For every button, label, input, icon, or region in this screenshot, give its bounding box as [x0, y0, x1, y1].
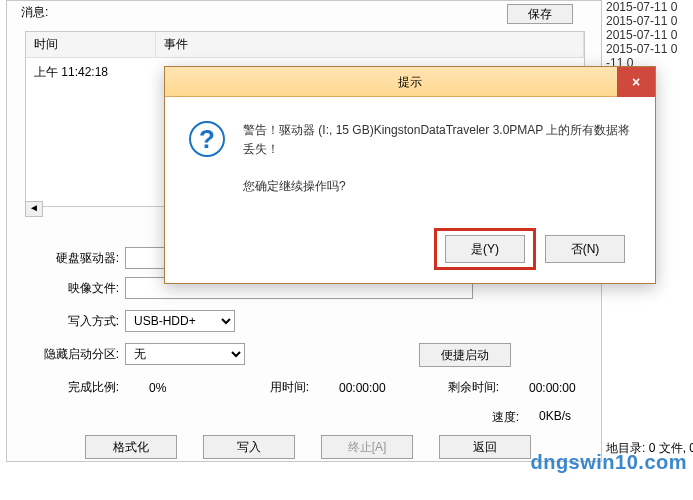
pct-value: 0% [149, 381, 219, 395]
left-value: 00:00:00 [529, 381, 599, 395]
dialog-text: 警告！驱动器 (I:, 15 GB)KingstonDataTraveler 3… [243, 121, 631, 197]
row-time: 上午 11:42:18 [34, 65, 108, 79]
log-line: 2015-07-11 0 [606, 42, 692, 56]
pct-label: 完成比例: [23, 379, 119, 396]
scroll-left-button[interactable]: ◄ [25, 201, 43, 217]
dialog-title-bar[interactable]: 提示 × [165, 67, 655, 97]
speed-row: 速度: 0KB/s [492, 409, 571, 426]
hide-label: 隐藏启动分区: [23, 346, 119, 363]
row-write: 写入方式: USB-HDD+ [23, 310, 235, 332]
log-line: 2015-07-11 0 [606, 14, 692, 28]
format-button[interactable]: 格式化 [85, 435, 177, 459]
speed-label: 速度: [492, 409, 519, 426]
stop-button: 终止[A] [321, 435, 413, 459]
log-line: 2015-07-11 0 [606, 0, 692, 14]
dialog-buttons: 是(Y) 否(N) [441, 235, 625, 263]
write-button[interactable]: 写入 [203, 435, 295, 459]
used-label: 用时间: [249, 379, 309, 396]
drive-label: 硬盘驱动器: [23, 250, 119, 267]
save-button[interactable]: 保存 [507, 4, 573, 24]
progress-row: 完成比例: 0% 用时间: 00:00:00 剩余时间: 00:00:00 [23, 379, 599, 396]
image-label: 映像文件: [23, 280, 119, 297]
dialog-title: 提示 [398, 75, 422, 89]
confirm-text: 您确定继续操作吗? [243, 177, 631, 196]
hide-partition-select[interactable]: 无 [125, 343, 245, 365]
write-mode-select[interactable]: USB-HDD+ [125, 310, 235, 332]
group-label: 消息: [21, 4, 48, 21]
left-label: 剩余时间: [439, 379, 499, 396]
question-icon: ? [189, 121, 225, 157]
watermark: dngswin10.com [530, 451, 687, 474]
write-label: 写入方式: [23, 313, 119, 330]
yes-highlight: 是(Y) [441, 235, 529, 263]
col-event[interactable]: 事件 [156, 32, 584, 57]
back-button[interactable]: 返回 [439, 435, 531, 459]
list-header: 时间 事件 [26, 32, 584, 58]
row-hide: 隐藏启动分区: 无 [23, 343, 245, 365]
used-value: 00:00:00 [339, 381, 409, 395]
col-time[interactable]: 时间 [26, 32, 156, 57]
close-icon[interactable]: × [617, 67, 655, 97]
log-line: 2015-07-11 0 [606, 28, 692, 42]
warning-text: 警告！驱动器 (I:, 15 GB)KingstonDataTraveler 3… [243, 121, 631, 159]
confirm-dialog: 提示 × ? 警告！驱动器 (I:, 15 GB)KingstonDataTra… [164, 66, 656, 284]
no-button[interactable]: 否(N) [545, 235, 625, 263]
quick-boot-button[interactable]: 便捷启动 [419, 343, 511, 367]
speed-value: 0KB/s [539, 409, 571, 426]
button-bar: 格式化 写入 终止[A] 返回 [7, 435, 601, 459]
dialog-body: ? 警告！驱动器 (I:, 15 GB)KingstonDataTraveler… [165, 97, 655, 207]
yes-button[interactable]: 是(Y) [445, 235, 525, 263]
